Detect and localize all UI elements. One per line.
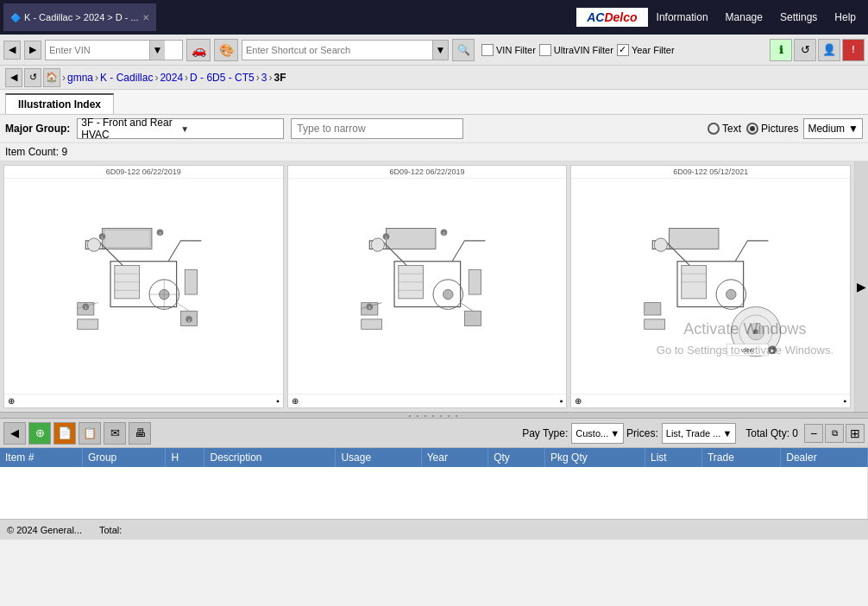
svg-text:1: 1 — [385, 237, 387, 240]
splitter-handle: • • • • • • • — [409, 412, 460, 420]
bc-section[interactable]: 3 — [261, 72, 267, 84]
svg-rect-9 — [102, 228, 151, 249]
illus-body-1: 1 2 3 4 — [4, 179, 283, 394]
breadcrumb-bar: ◀ ↺ 🏠 › gmna › K - Cadillac › 2024 › D -… — [0, 66, 868, 90]
item-count-value: 9 — [61, 146, 67, 158]
pictures-view-label: Pictures — [761, 123, 798, 135]
illus-header-3: 6D09-122 05/12/2021 — [571, 166, 850, 179]
info-icon[interactable]: ℹ — [770, 39, 792, 61]
search-wrapper: ▼ — [242, 40, 449, 60]
nav-back[interactable]: ◀ — [3, 41, 21, 60]
tab-close-icon[interactable]: ✕ — [142, 13, 149, 22]
vin-dropdown-arrow[interactable]: ▼ — [149, 41, 165, 60]
col-list: List — [645, 448, 701, 467]
bc-back[interactable]: ◀ — [5, 68, 22, 87]
svg-text:1: 1 — [101, 237, 103, 240]
vehicle-icon[interactable]: 🚗 — [186, 39, 211, 61]
hvac-diagram-1: 1 2 3 4 — [4, 179, 283, 394]
browser-tab[interactable]: 🔷 K - Cadillac > 2024 > D - ... ✕ — [3, 3, 156, 31]
bc-year[interactable]: 2024 — [160, 72, 183, 84]
nav-settings[interactable]: Settings — [771, 8, 826, 27]
bc-home[interactable]: 🏠 — [43, 68, 60, 87]
bc-cadillac[interactable]: K - Cadillac — [100, 72, 153, 84]
major-group-select[interactable]: 3F - Front and Rear HVAC ▼ — [77, 118, 284, 139]
svg-point-34 — [371, 238, 384, 251]
search-dropdown-arrow[interactable]: ▼ — [432, 41, 448, 60]
vin-input[interactable] — [46, 45, 149, 55]
prices-section: Prices: List, Trade ... ▼ — [626, 423, 736, 444]
pictures-view-option[interactable]: Pictures — [746, 123, 798, 135]
toolbar-right-icons: ℹ ↺ 👤 ! — [770, 39, 865, 61]
svg-rect-49 — [670, 228, 719, 249]
year-filter-label: Year Filter — [632, 45, 675, 55]
nav-information[interactable]: Information — [648, 8, 717, 27]
bt-pdf-icon[interactable]: 📄 — [53, 422, 76, 445]
major-group-arrow: ▼ — [180, 124, 280, 134]
search-input[interactable] — [242, 45, 432, 55]
svg-text:2: 2 — [159, 232, 160, 236]
illustration-card-2[interactable]: 6D09-122 06/22/2019 — [287, 165, 568, 408]
svg-rect-35 — [464, 311, 481, 325]
search-go-button[interactable]: 🔍 — [452, 39, 475, 61]
text-radio[interactable] — [708, 123, 720, 135]
col-group: Group — [82, 448, 165, 467]
tab-label: K - Cadillac > 2024 > D - ... — [24, 12, 139, 22]
prices-select[interactable]: List, Trade ... ▼ — [662, 423, 736, 444]
col-item-num: Item # — [0, 448, 82, 467]
pictures-radio[interactable] — [746, 123, 758, 135]
svg-point-30 — [443, 289, 452, 299]
illus-footer-left-2: ⊕ — [292, 396, 299, 406]
year-filter-check[interactable]: ✓ Year Filter — [617, 44, 675, 56]
svg-point-13 — [87, 238, 100, 251]
illustration-card-1[interactable]: 6D09-122 06/22/2019 — [3, 165, 284, 408]
col-trade: Trade — [701, 448, 780, 467]
illus-footer-1: ⊕ ▪ — [4, 394, 283, 407]
pictures-size-select[interactable]: Medium ▼ — [803, 118, 863, 139]
vin-filter-check[interactable]: VIN Filter — [481, 44, 536, 56]
user-icon[interactable]: 👤 — [818, 39, 840, 61]
svg-point-52 — [655, 238, 668, 251]
refresh-icon[interactable]: ↺ — [794, 39, 816, 61]
panel-splitter[interactable]: • • • • • • • — [0, 412, 868, 419]
prices-arrow: ▼ — [722, 428, 732, 439]
ultravin-filter-check[interactable]: UltraVIN Filter — [539, 44, 613, 56]
total-qty-section: Total Qty: 0 — [745, 427, 798, 439]
narrow-input[interactable] — [291, 118, 463, 139]
bt-email-icon[interactable]: ✉ — [104, 422, 126, 445]
bc-gmna[interactable]: gmna — [67, 72, 93, 84]
ultravin-filter-checkbox[interactable] — [539, 44, 551, 56]
prices-value: List, Trade ... — [666, 428, 721, 439]
alert-icon[interactable]: ! — [842, 39, 865, 61]
vin-filter-label: VIN Filter — [496, 45, 536, 55]
col-year: Year — [421, 448, 488, 467]
svg-point-48 — [726, 289, 736, 299]
illustration-card-3[interactable]: 6D09-122 05/12/2021 — [570, 165, 851, 408]
scroll-right-button[interactable]: ▶ — [854, 161, 868, 412]
svg-text:3: 3 — [368, 306, 370, 310]
pay-type-select[interactable]: Custo... ▼ — [571, 423, 624, 444]
vin-filter-checkbox[interactable] — [481, 44, 494, 56]
qty-increase[interactable]: ⧉ — [825, 424, 844, 443]
illus-header-1: 6D09-122 06/22/2019 — [4, 166, 283, 179]
bt-back-icon[interactable]: ◀ — [3, 422, 26, 445]
filter-group: VIN Filter UltraVIN Filter ✓ Year Filter — [481, 44, 675, 56]
qty-decrease[interactable]: − — [804, 424, 823, 443]
pay-type-label: Pay Type: — [522, 427, 568, 439]
nav-help[interactable]: Help — [826, 8, 865, 27]
bc-refresh[interactable]: ↺ — [24, 68, 41, 87]
tab-illustration-index[interactable]: Illustration Index — [5, 93, 114, 114]
pay-type-value: Custo... — [576, 428, 608, 439]
bc-model[interactable]: D - 6D5 - CT5 — [190, 72, 255, 84]
nav-manage[interactable]: Manage — [717, 8, 771, 27]
bt-copy-icon[interactable]: 📋 — [79, 422, 101, 445]
pay-type-section: Pay Type: Custo... ▼ — [522, 423, 624, 444]
palette-icon[interactable]: 🎨 — [214, 39, 238, 61]
bt-add-icon[interactable]: ⊕ — [28, 422, 51, 445]
top-nav-bar: 🔷 K - Cadillac > 2024 > D - ... ✕ ACDelc… — [0, 0, 868, 35]
year-filter-checkbox[interactable]: ✓ — [617, 44, 629, 56]
qty-expand[interactable]: ⊞ — [846, 424, 865, 443]
illus-footer-2: ⊕ ▪ — [288, 394, 567, 407]
text-view-option[interactable]: Text — [708, 123, 741, 135]
bt-print-icon[interactable]: 🖶 — [129, 422, 151, 445]
nav-forward[interactable]: ▶ — [24, 41, 41, 60]
